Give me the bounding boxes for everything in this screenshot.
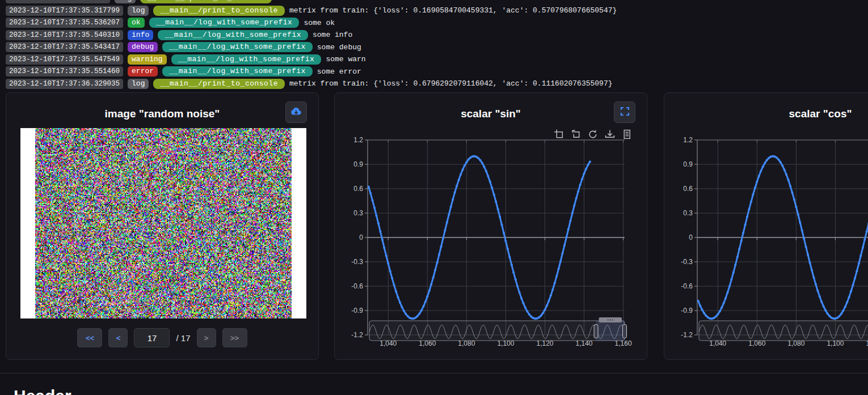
log-logger-badge: __main__/log_with_some_prefix (162, 66, 313, 77)
y-tick-label: 0.6 (683, 185, 693, 193)
y-tick-label: 0 (359, 233, 363, 241)
noise-image (35, 128, 292, 318)
y-tick-label: 1.2 (683, 136, 693, 144)
image-pager: << < / 17 > >> (6, 328, 318, 347)
download-image-button[interactable] (285, 101, 307, 123)
image-card-title: image "random noise" (6, 108, 318, 120)
log-row: 2023-12-10T17:37:35.551460error__main__/… (6, 66, 868, 77)
log-message: some debug (317, 43, 361, 52)
log-row: 2023-12-10T17:37:35.547549warning__main_… (6, 54, 868, 65)
zoom-select-icon[interactable] (554, 129, 564, 139)
pager-prev-button[interactable]: < (108, 328, 128, 347)
datazoom-window[interactable] (596, 321, 625, 341)
log-level-badge: info (128, 30, 153, 40)
log-logger-badge: __main__/log_with_some_prefix (171, 54, 322, 65)
y-tick-label: -0.6 (681, 282, 693, 290)
log-logger-badge: __main__/log_with_some_prefix (149, 18, 300, 28)
log-logger-badge: __main__/log_with_some_prefix (162, 42, 313, 52)
log-logger-badge: __main__/print_to_console (140, 0, 272, 3)
y-tick-label: -0.9 (351, 307, 363, 315)
log-timestamp: 2023-12-10T17:37:35.536207 (6, 18, 123, 28)
chart-toolbar (554, 129, 632, 139)
sin-chart-card: scalar "sin" 1.20.90.60.30-0.3-0.6-0.9-1… (334, 92, 647, 360)
log-timestamp: 2023-12-10T17:37:35.317799 (6, 6, 123, 16)
datazoom-handle[interactable] (594, 325, 598, 338)
log-level-badge: log (128, 79, 149, 89)
y-tick-label: -0.3 (681, 258, 693, 266)
log-message: metrix from train: {'loss': 0.1690584700… (289, 6, 617, 15)
data-view-icon[interactable] (622, 129, 632, 139)
cos-chart-canvas[interactable]: 1.20.90.60.30-0.3-0.6-0.9-1.21,0401,0601… (664, 93, 868, 360)
y-tick-label: -1.2 (351, 331, 363, 339)
log-level-badge: warning (128, 54, 167, 65)
log-level-badge: error (128, 66, 158, 77)
log-message: some error (317, 67, 361, 76)
log-logger-badge: __main__/log_with_some_prefix (158, 30, 308, 40)
cloud-download-icon (290, 105, 302, 120)
cos-chart-card: scalar "cos" 1.20.90.60.30-0.3-0.6-0.9-1… (664, 92, 868, 360)
log-timestamp: 2023-12-10T17:37:35.547549 (6, 54, 123, 65)
log-message: some ok (304, 19, 335, 27)
log-level-badge: ok (128, 18, 145, 28)
log-row: 2023-12-10T17:37:35.317799log__main__/pr… (6, 6, 868, 16)
y-tick-label: -0.9 (681, 307, 693, 315)
zoom-back-icon[interactable] (571, 129, 581, 139)
log-row: 2023-12-10T17:37:35.536207ok__main__/log… (6, 18, 868, 28)
log-timestamp: 2023-12-10T17:37:35.540310 (6, 30, 123, 40)
log-timestamp: 2023-12-10T17:37:35.551460 (6, 66, 123, 77)
log-level-badge: log (128, 6, 149, 16)
log-row: 2023-12-10T17:37:35.540310info__main__/l… (6, 30, 868, 40)
bottom-heading: Header (14, 386, 71, 395)
log-timestamp: 2023-12-10T17:37:35.543417 (6, 42, 123, 52)
log-row: log__main__/print_to_console (6, 0, 868, 3)
pager-next-button[interactable]: > (197, 328, 216, 347)
y-tick-label: 0.6 (353, 185, 363, 193)
log-row: 2023-12-10T17:37:35.543417debug__main__/… (6, 42, 868, 52)
pager-first-button[interactable]: << (77, 328, 102, 347)
section-divider (0, 373, 868, 373)
image-figure (20, 128, 306, 318)
datazoom-slider[interactable] (369, 321, 625, 341)
log-message: some warn (326, 55, 365, 63)
page: log__main__/print_to_console2023-12-10T1… (0, 0, 868, 395)
y-tick-label: -0.6 (351, 282, 363, 290)
log-console: log__main__/print_to_console2023-12-10T1… (6, 0, 868, 91)
log-logger-badge: __main__/print_to_console (153, 6, 285, 16)
pager-last-button[interactable]: >> (222, 328, 247, 347)
log-message: some info (313, 31, 352, 39)
datazoom-handle[interactable] (623, 325, 627, 338)
y-tick-label: 0.3 (353, 209, 363, 217)
pager-total-label: / 17 (176, 333, 190, 343)
log-logger-badge: __main__/print_to_console (153, 79, 285, 89)
log-timestamp: 2023-12-10T17:37:36.329035 (6, 79, 123, 89)
log-row: 2023-12-10T17:37:36.329035log__main__/pr… (6, 79, 868, 89)
pager-page-input[interactable] (134, 328, 170, 347)
log-level-badge: log (115, 0, 136, 3)
y-tick-label: 0 (689, 233, 693, 241)
image-card: image "random noise" << < / 17 > >> (6, 92, 319, 360)
y-tick-label: 0.9 (683, 160, 693, 168)
y-tick-label: 0.9 (353, 160, 363, 168)
y-tick-label: -0.3 (351, 258, 363, 266)
restore-icon[interactable] (588, 129, 598, 139)
y-tick-label: -1.2 (681, 331, 693, 339)
y-tick-label: 1.2 (353, 136, 363, 144)
log-message: metrix from train: {'loss': 0.6796292079… (289, 79, 613, 88)
log-level-badge: debug (128, 42, 158, 52)
log-timestamp (6, 0, 110, 3)
y-tick-label: 0.3 (683, 209, 693, 217)
save-image-icon[interactable] (605, 129, 615, 139)
